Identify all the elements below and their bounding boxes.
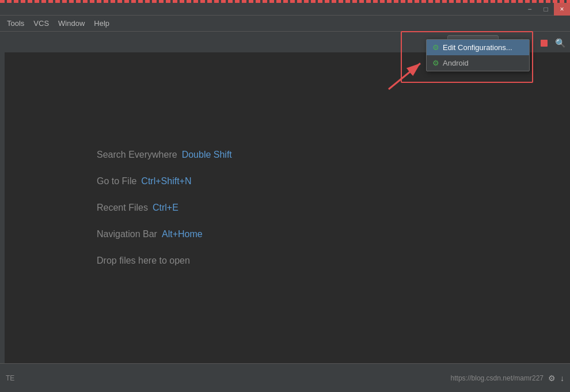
title-bar: − □ ×: [0, 3, 570, 16]
hint-label-gotofile: Go to File: [97, 176, 136, 187]
stop-button[interactable]: [537, 36, 552, 51]
dropdown-menu: ⚙ Edit Configurations... ⚙ Android: [426, 39, 530, 71]
download-status-icon[interactable]: ↓: [560, 374, 564, 383]
gear-status-icon[interactable]: ⚙: [548, 374, 556, 383]
hint-label-search: Search Everywhere: [97, 150, 177, 160]
hint-go-to-file[interactable]: Go to File Ctrl+Shift+N: [97, 176, 570, 187]
dropdown-android-label: Android: [443, 59, 469, 67]
minimize-button[interactable]: −: [522, 3, 538, 16]
main-content: Search Everywhere Double Shift Go to Fil…: [5, 52, 570, 363]
status-bar: TE https://blog.csdn.net/mamr227 ⚙ ↓: [0, 363, 570, 392]
status-right-section: https://blog.csdn.net/mamr227 ⚙ ↓: [451, 374, 564, 383]
status-left-text: TE: [6, 374, 14, 382]
hint-label-navbar: Navigation Bar: [97, 229, 157, 239]
maximize-button[interactable]: □: [538, 3, 554, 16]
hint-search-everywhere[interactable]: Search Everywhere Double Shift: [97, 150, 570, 160]
hint-label-recent: Recent Files: [97, 203, 148, 213]
stop-icon: [541, 40, 548, 47]
dropdown-item-edit-config[interactable]: ⚙ Edit Configurations...: [427, 40, 529, 55]
hint-shortcut-gotofile: Ctrl+Shift+N: [141, 176, 191, 187]
hint-label-drop: Drop files here to open: [97, 256, 190, 266]
dropdown-item-label: Edit Configurations...: [443, 43, 512, 52]
menu-help[interactable]: Help: [89, 17, 114, 30]
menu-vcs[interactable]: VCS: [29, 17, 54, 30]
dropdown-item-android[interactable]: ⚙ Android: [427, 55, 529, 71]
menu-tools[interactable]: Tools: [2, 17, 29, 30]
hint-shortcut-navbar: Alt+Home: [162, 229, 203, 239]
hint-drop-files: Drop files here to open: [97, 256, 570, 266]
search-button[interactable]: 🔍: [553, 36, 568, 51]
hint-navigation-bar[interactable]: Navigation Bar Alt+Home: [97, 229, 570, 239]
menu-window[interactable]: Window: [54, 17, 89, 30]
menu-bar: Tools VCS Window Help: [0, 16, 570, 32]
hint-shortcut-search: Double Shift: [182, 150, 232, 160]
top-decoration: [0, 0, 570, 3]
hint-shortcut-recent: Ctrl+E: [153, 203, 178, 213]
hint-recent-files[interactable]: Recent Files Ctrl+E: [97, 203, 570, 213]
android-icon: ⚙: [432, 59, 439, 67]
close-button[interactable]: ×: [554, 3, 570, 16]
edit-config-icon: ⚙: [432, 43, 439, 52]
status-url: https://blog.csdn.net/mamr227: [451, 374, 544, 382]
left-sidebar: [0, 52, 5, 392]
